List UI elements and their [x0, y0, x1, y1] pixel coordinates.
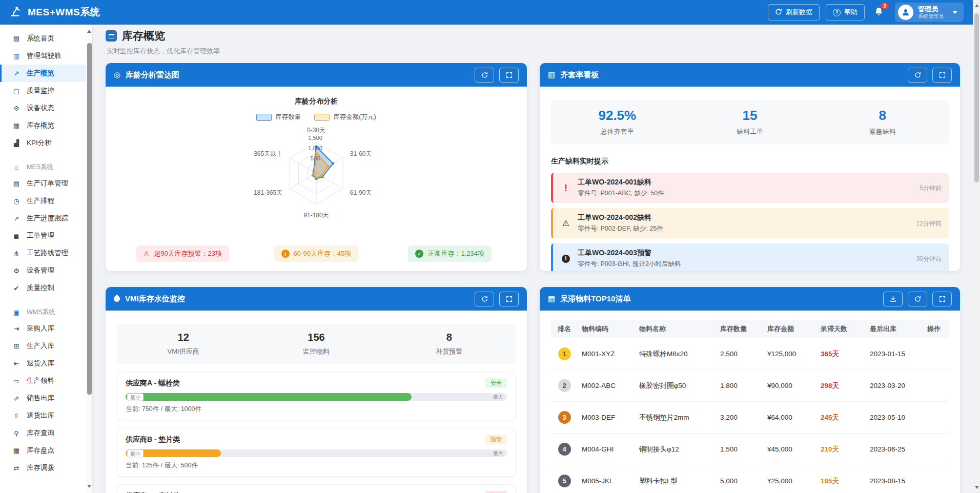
sidebar-item[interactable]: ⇥采购入库	[0, 320, 92, 337]
sidebar-item-label: 质量控制	[27, 283, 54, 293]
sidebar-item[interactable]: ◼工单管理	[0, 227, 92, 244]
warning-badge: ✓正常库存：1,234项	[408, 245, 492, 262]
refresh-icon	[775, 8, 782, 17]
qty-cell: 1,500	[716, 434, 763, 465]
shortage-alerts: !工单WO-2024-001缺料零件号: P001-ABC, 缺少: 50件5分…	[551, 173, 949, 271]
column-header: 库存金额	[763, 320, 816, 338]
sidebar-item[interactable]: ↗生产进度跟踪	[0, 210, 92, 227]
vmi-stats: 12VMI供应商156监控物料8补货预警	[117, 324, 516, 364]
stat-value: 12	[117, 332, 250, 343]
sidebar-item[interactable]: ▦库存盘点	[0, 442, 92, 459]
refresh-button[interactable]	[908, 292, 927, 306]
rank-cell: 2	[551, 370, 578, 402]
sidebar-item-label: 销售出库	[27, 394, 54, 403]
vmi-supplier-list: 供应商A - 螺栓类安全最小最大当前: 750件 / 最大: 1000件供应商B…	[117, 372, 516, 493]
rank-cell: 3	[551, 402, 578, 434]
stat-cell: 8紧急缺料	[816, 108, 949, 136]
scroll-down-icon[interactable]	[975, 486, 979, 489]
sidebar-item-label: 库存盘点	[27, 446, 54, 455]
sidebar-item[interactable]: ⚙设备状态	[0, 99, 92, 117]
sidebar-item[interactable]: ⇗销售出库	[0, 389, 92, 407]
sidebar: ▤系统首页▥管理驾驶舱↗生产概览▢质量监控⚙设备状态▦库存概览▟KPI分析⌂ME…	[0, 25, 92, 493]
sidebar-item[interactable]: ✔质量控制	[0, 279, 92, 297]
sidebar-item[interactable]: ⚙设备管理	[0, 262, 92, 279]
table-row: 1M001-XYZ特殊螺栓M8x202,500¥125,000365天2023-…	[551, 338, 949, 370]
sidebar-section-header: ⌂MES系统	[0, 159, 92, 175]
trend-up-icon: ↗	[12, 215, 21, 222]
sidebar-scrollbar[interactable]	[86, 25, 92, 493]
notification-bell[interactable]: 3	[874, 7, 884, 18]
level-bar-fill	[126, 393, 412, 401]
top-navbar: MES+WMS系统 刷新数据 ? 帮助 3	[0, 0, 973, 25]
user-menu[interactable]: 管理员 系统管理员	[895, 3, 964, 22]
sidebar-item[interactable]: ▟KPI分析	[0, 134, 92, 152]
scroll-down-icon[interactable]	[87, 485, 91, 488]
transfer-icon: ⇄	[12, 464, 21, 472]
fullscreen-button[interactable]	[932, 68, 952, 83]
max-label: 最大	[493, 450, 503, 457]
sidebar-item[interactable]: ⇧退货出库	[0, 407, 92, 424]
fullscreen-button[interactable]	[499, 68, 519, 83]
shortage-alert: !工单WO-2024-001缺料零件号: P001-ABC, 缺少: 50件5分…	[551, 173, 949, 203]
code-cell: M005-JKL	[578, 465, 635, 493]
warning-text: 正常库存：1,234项	[427, 249, 484, 258]
supplier-name: 供应商B - 垫片类	[126, 435, 180, 444]
rank-badge: 5	[558, 475, 571, 487]
svg-text:0-30天: 0-30天	[307, 127, 325, 134]
refresh-button[interactable]	[475, 68, 494, 83]
sidebar-item[interactable]: ⊞生产入库	[0, 337, 92, 355]
min-label: 最小	[127, 393, 144, 401]
sidebar-item-label: 管理驾驶舱	[27, 51, 62, 60]
sidebar-menu: ▤系统首页▥管理驾驶舱↗生产概览▢质量监控⚙设备状态▦库存概览▟KPI分析⌂ME…	[0, 25, 92, 477]
scroll-up-icon[interactable]	[87, 30, 91, 33]
svg-text:61-90天: 61-90天	[350, 189, 372, 196]
avatar	[898, 5, 913, 20]
fullscreen-button[interactable]	[932, 292, 952, 306]
download-button[interactable]	[883, 292, 903, 306]
sidebar-item[interactable]: ⚲库存查询	[0, 424, 92, 442]
stat-cell: 12VMI供应商	[117, 332, 250, 356]
sidebar-item-label: 质量监控	[27, 86, 54, 95]
sidebar-item-label: 退货入库	[27, 359, 54, 368]
name-cell: 塑料卡扣L型	[635, 465, 716, 493]
sidebar-item[interactable]: ⇄库存调拨	[0, 459, 92, 477]
user-name: 管理员	[918, 5, 944, 13]
stat-value: 8	[383, 332, 516, 343]
return-in-icon: ⇤	[12, 360, 21, 367]
sidebar-item[interactable]: ▦库存概览	[0, 117, 92, 134]
sidebar-item[interactable]: ↗生产概览	[0, 65, 92, 82]
sidebar-item[interactable]: ⋔工艺路线管理	[0, 244, 92, 262]
sidebar-item[interactable]: ⇨生产领料	[0, 372, 92, 389]
user-role: 系统管理员	[918, 13, 944, 19]
warning-text: 60-90天库存：45项	[294, 249, 352, 258]
amount-cell: ¥64,000	[763, 402, 816, 434]
svg-text:181-365天: 181-365天	[254, 189, 282, 196]
help-button[interactable]: ? 帮助	[826, 4, 865, 20]
column-header: 库存数量	[716, 320, 763, 338]
sidebar-item[interactable]: ▤生产订单管理	[0, 175, 92, 192]
action-cell	[923, 370, 949, 402]
sidebar-item-label: 退货出库	[27, 411, 54, 420]
sidebar-scrollbar-thumb[interactable]	[87, 43, 92, 395]
refresh-button[interactable]	[908, 68, 927, 83]
sidebar-item[interactable]: ▥管理驾驶舱	[0, 47, 92, 65]
app-title: MES+WMS系统	[28, 6, 100, 19]
sidebar-item-label: 生产概览	[27, 69, 54, 78]
page-scrollbar-thumb[interactable]	[974, 13, 979, 182]
sidebar-item[interactable]: ⇤退货入库	[0, 355, 92, 372]
fullscreen-button[interactable]	[499, 292, 519, 306]
sidebar-item[interactable]: ▤系统首页	[0, 30, 92, 47]
alert-title: 工单WO-2024-002缺料	[578, 213, 663, 222]
shortage-section-title: 生产缺料实时提示	[551, 157, 949, 166]
scroll-up-icon[interactable]	[975, 4, 979, 7]
exclamation-icon: !	[560, 182, 571, 194]
sidebar-section-label: WMS系统	[27, 308, 55, 317]
refresh-button[interactable]	[475, 292, 494, 306]
table-list-icon: ▦	[548, 294, 555, 303]
sidebar-item[interactable]: ▢质量监控	[0, 82, 92, 99]
refresh-data-button[interactable]: 刷新数据	[768, 4, 820, 20]
sidebar-item[interactable]: ◷生产排程	[0, 192, 92, 210]
last-out-cell: 2023-01-15	[866, 338, 923, 370]
page-scrollbar[interactable]	[973, 0, 980, 493]
alert-detail: 零件号: P003-GHI, 预计2小时后缺料	[578, 260, 681, 269]
